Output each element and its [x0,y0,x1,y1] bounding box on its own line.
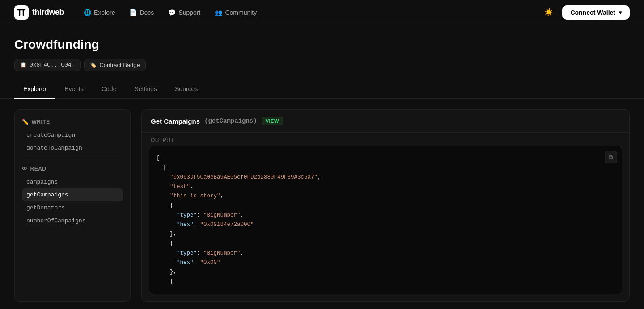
tab-explorer[interactable]: Explorer [14,80,55,99]
write-section-label: ✏️ WRITE [22,119,123,125]
tabs: Explorer Events Code Settings Sources [14,80,630,98]
copy-icon: 📋 [20,62,27,68]
globe-icon: 🌐 [84,9,91,16]
nav-right: ☀️ Connect Wallet ▾ [541,4,630,21]
function-sig: (getCampaigns) [204,117,257,125]
code-panel: Get Campaigns (getCampaigns) VIEW Output… [141,109,630,302]
sidebar-divider [22,160,123,160]
sidebar-item-campaigns[interactable]: campaigns [22,175,123,188]
sidebar-item-numberOfCampaigns[interactable]: numberOfCampaigns [22,214,123,227]
nav-support[interactable]: 💬 Support [163,6,206,19]
contract-meta: 📋 0x8F4C...C04F 🏷️ Contract Badge [14,59,630,71]
svg-rect-0 [14,5,29,20]
page-title: Crowdfunding [14,38,630,52]
eye-icon: 👁 [22,166,28,172]
copy-code-button[interactable]: ⧉ [605,151,617,163]
nav-explore[interactable]: 🌐 Explore [78,6,120,19]
contract-badge-button[interactable]: 🏷️ Contract Badge [84,59,145,71]
nav-docs[interactable]: 📄 Docs [124,6,159,19]
output-label: Output [142,133,629,146]
sidebar-item-createCampaign[interactable]: createCampaign [22,129,123,142]
logo-icon [14,5,29,20]
code-panel-header: Get Campaigns (getCampaigns) VIEW [142,110,629,133]
chevron-down-icon: ▾ [619,9,622,16]
tabs-container: Explorer Events Code Settings Sources [0,80,644,99]
code-block-wrapper: ⧉ [ [ "0x063DF5Ca0eBa9AE05cf0FD2b2880F49… [149,146,622,294]
badge-icon: 🏷️ [90,62,97,68]
nav-left: thirdweb 🌐 Explore 📄 Docs 💬 Support 👥 Co… [14,5,262,20]
address-text: 0x8F4C...C04F [30,62,75,68]
function-name: Get Campaigns [151,117,200,125]
nav-community[interactable]: 👥 Community [209,6,262,19]
connect-wallet-button[interactable]: Connect Wallet ▾ [562,5,630,20]
code-block: [ [ "0x063DF5Ca0eBa9AE05cf0FD2b2880F49F3… [149,146,622,294]
code-panel-title: Get Campaigns (getCampaigns) VIEW [151,117,283,125]
sidebar-item-getDonators[interactable]: getDonators [22,201,123,214]
logo[interactable]: thirdweb [14,5,64,20]
read-section-label: 👁 READ [22,166,123,172]
pencil-icon: ✏️ [22,119,29,125]
sidebar-item-getCampaigns[interactable]: getCampaigns [22,188,123,201]
community-icon: 👥 [215,9,222,16]
sun-icon: ☀️ [544,8,553,17]
theme-toggle-button[interactable]: ☀️ [541,4,557,21]
docs-icon: 📄 [129,9,137,16]
navbar: thirdweb 🌐 Explore 📄 Docs 💬 Support 👥 Co… [0,0,644,25]
sidebar: ✏️ WRITE createCampaign donateToCampaign… [14,109,131,302]
page-header: Crowdfunding 📋 0x8F4C...C04F 🏷️ Contract… [0,25,644,71]
address-badge[interactable]: 📋 0x8F4C...C04F [14,59,80,71]
tab-sources[interactable]: Sources [166,80,207,99]
view-badge: VIEW [262,117,283,125]
copy-icon-code: ⧉ [609,154,613,160]
tab-code[interactable]: Code [93,80,125,99]
sidebar-item-donateToCampaign[interactable]: donateToCampaign [22,142,123,154]
support-icon: 💬 [168,9,176,16]
nav-links: 🌐 Explore 📄 Docs 💬 Support 👥 Community [78,6,262,19]
tab-events[interactable]: Events [55,80,93,99]
tab-settings[interactable]: Settings [125,80,166,99]
logo-text: thirdweb [32,8,64,17]
main-content: ✏️ WRITE createCampaign donateToCampaign… [0,99,644,309]
